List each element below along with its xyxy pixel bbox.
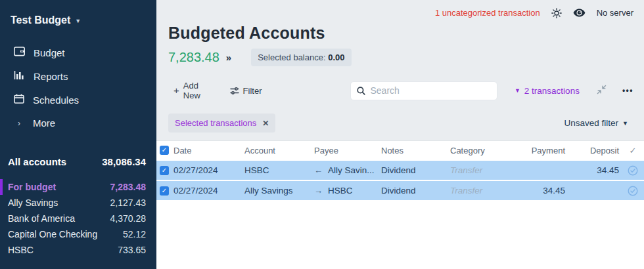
filter-button[interactable]: Filter bbox=[225, 82, 267, 100]
cell-date[interactable]: 02/27/2024 bbox=[172, 186, 243, 196]
column-header-payee[interactable]: Payee bbox=[313, 146, 380, 155]
account-row-capital-one[interactable]: Capital One Checking 52.12 bbox=[0, 226, 156, 242]
account-row-hsbc[interactable]: HSBC 733.65 bbox=[0, 242, 156, 258]
cell-date[interactable]: 02/27/2024 bbox=[172, 165, 243, 175]
cell-payment[interactable]: 34.45 bbox=[524, 186, 568, 196]
transactions-count-label: 2 transactions bbox=[524, 86, 580, 96]
column-header-account[interactable]: Account bbox=[243, 146, 313, 155]
sidebar-item-budget[interactable]: Budget bbox=[0, 41, 156, 64]
toolbar: + Add New Filter ▼ 2 transactions ••• bbox=[156, 66, 644, 104]
column-header-deposit[interactable]: Deposit bbox=[568, 146, 622, 155]
cell-notes[interactable]: Dividend bbox=[380, 186, 449, 196]
account-balance: 733.65 bbox=[118, 245, 146, 255]
sidebar: Test Budget ▼ Budget Reports Schedules ›… bbox=[0, 0, 156, 269]
sidebar-nav: Budget Reports Schedules › More bbox=[0, 41, 156, 134]
calendar-icon bbox=[14, 94, 24, 106]
sidebar-item-label: Budget bbox=[34, 47, 65, 58]
main-content: 1 uncategorized transaction No server Bu… bbox=[156, 0, 644, 269]
account-label: Ally Savings bbox=[8, 197, 58, 208]
account-balance: 38,086.34 bbox=[102, 157, 146, 167]
transactions-table: ✓ Date Account Payee Notes Category Paym… bbox=[156, 140, 644, 269]
caret-down-icon: ▼ bbox=[515, 87, 520, 94]
account-label: All accounts bbox=[8, 157, 66, 167]
search-box[interactable] bbox=[350, 81, 497, 100]
column-header-cleared-icon[interactable]: ✓ bbox=[622, 146, 644, 155]
search-icon bbox=[357, 87, 365, 95]
sidebar-item-label: More bbox=[33, 117, 55, 129]
page-title: Budgeted Accounts bbox=[168, 24, 632, 43]
more-options-button[interactable]: ••• bbox=[622, 86, 633, 95]
bar-chart-icon bbox=[14, 70, 25, 82]
transfer-arrow-icon: → bbox=[314, 186, 323, 196]
add-new-label: Add New bbox=[183, 81, 214, 100]
sidebar-item-reports[interactable]: Reports bbox=[0, 64, 156, 88]
unsaved-filter-label: Unsaved filter bbox=[564, 118, 619, 128]
cell-payee[interactable]: ← Ally Savin... bbox=[313, 165, 380, 175]
cell-account[interactable]: HSBC bbox=[243, 165, 313, 175]
selected-transactions-chip[interactable]: Selected transactions ✕ bbox=[168, 114, 275, 133]
add-new-button[interactable]: + Add New bbox=[168, 77, 219, 104]
payee-name: Ally Savin... bbox=[328, 165, 375, 175]
account-balance: 4,370.28 bbox=[110, 213, 147, 224]
account-row-ally-savings[interactable]: Ally Savings 2,127.43 bbox=[0, 195, 156, 211]
sidebar-item-label: Reports bbox=[34, 71, 68, 82]
cell-account[interactable]: Ally Savings bbox=[243, 186, 313, 196]
cell-deposit[interactable]: 34.45 bbox=[568, 165, 622, 175]
caret-down-icon: ▼ bbox=[622, 120, 628, 127]
account-label: For budget bbox=[8, 182, 56, 192]
payee-name: HSBC bbox=[328, 186, 353, 196]
expand-balances-button[interactable]: » bbox=[226, 52, 231, 63]
theme-sun-icon[interactable] bbox=[551, 8, 562, 18]
cleared-status-icon[interactable] bbox=[622, 165, 644, 176]
sidebar-item-more[interactable]: › More bbox=[0, 112, 156, 134]
account-balance: 52.12 bbox=[123, 229, 146, 239]
wallet-icon bbox=[14, 47, 25, 58]
table-row[interactable]: ✓ 02/27/2024 Ally Savings → HSBC Dividen… bbox=[156, 181, 644, 200]
row-checkbox[interactable]: ✓ bbox=[160, 166, 169, 175]
column-header-payment[interactable]: Payment bbox=[524, 146, 568, 155]
collapse-splits-button[interactable] bbox=[597, 85, 607, 96]
cell-category[interactable]: Transfer bbox=[449, 165, 524, 175]
transactions-count-button[interactable]: ▼ 2 transactions bbox=[515, 86, 580, 96]
select-all-checkbox[interactable]: ✓ bbox=[160, 146, 169, 155]
table-row[interactable]: ✓ 02/27/2024 HSBC ← Ally Savin... Divide… bbox=[156, 161, 644, 180]
selected-balance-label: Selected balance: bbox=[258, 52, 325, 62]
search-input[interactable] bbox=[370, 85, 490, 96]
server-status[interactable]: No server bbox=[597, 8, 633, 18]
balance-row: 7,283.48 » Selected balance: 0.00 bbox=[168, 49, 632, 66]
row-checkbox[interactable]: ✓ bbox=[160, 186, 169, 196]
chevron-down-icon: ▼ bbox=[75, 18, 81, 24]
chevron-right-icon: › bbox=[14, 119, 24, 128]
privacy-eye-icon[interactable] bbox=[573, 9, 586, 17]
account-balance: 2,127.43 bbox=[110, 197, 147, 208]
plus-icon: + bbox=[173, 85, 179, 96]
column-header-date[interactable]: Date bbox=[172, 146, 243, 155]
account-balance-total[interactable]: 7,283.48 bbox=[168, 50, 219, 65]
cell-payee[interactable]: → HSBC bbox=[313, 186, 380, 196]
filter-sliders-icon bbox=[230, 87, 239, 95]
account-balance: 7,283.48 bbox=[110, 182, 147, 192]
cleared-status-icon[interactable] bbox=[622, 186, 644, 196]
account-label: HSBC bbox=[8, 245, 34, 255]
account-row-for-budget[interactable]: For budget 7,283.48 bbox=[0, 179, 156, 195]
unsaved-filter-button[interactable]: Unsaved filter ▼ bbox=[564, 118, 628, 128]
accounts-list: All accounts 38,086.34 For budget 7,283.… bbox=[0, 154, 156, 258]
filter-label: Filter bbox=[243, 86, 262, 96]
sidebar-item-label: Schedules bbox=[33, 94, 79, 106]
account-row-bank-of-america[interactable]: Bank of America 4,370.28 bbox=[0, 211, 156, 226]
cell-notes[interactable]: Dividend bbox=[380, 165, 449, 175]
budget-switcher[interactable]: Test Budget ▼ bbox=[0, 0, 156, 30]
cell-category[interactable]: Transfer bbox=[449, 186, 524, 196]
filter-chip-row: Selected transactions ✕ Unsaved filter ▼ bbox=[156, 104, 644, 133]
column-header-category[interactable]: Category bbox=[449, 146, 524, 155]
close-icon[interactable]: ✕ bbox=[262, 119, 269, 128]
selected-balance-value: 0.00 bbox=[328, 52, 344, 62]
all-accounts-row[interactable]: All accounts 38,086.34 bbox=[0, 154, 156, 170]
column-header-notes[interactable]: Notes bbox=[380, 146, 449, 155]
page-head: Budgeted Accounts 7,283.48 » Selected ba… bbox=[156, 20, 644, 66]
chip-label: Selected transactions bbox=[175, 118, 256, 128]
uncategorized-warning[interactable]: 1 uncategorized transaction bbox=[435, 8, 540, 18]
account-label: Capital One Checking bbox=[8, 229, 97, 239]
sidebar-item-schedules[interactable]: Schedules bbox=[0, 88, 156, 112]
table-header-row: ✓ Date Account Payee Notes Category Paym… bbox=[156, 141, 644, 159]
